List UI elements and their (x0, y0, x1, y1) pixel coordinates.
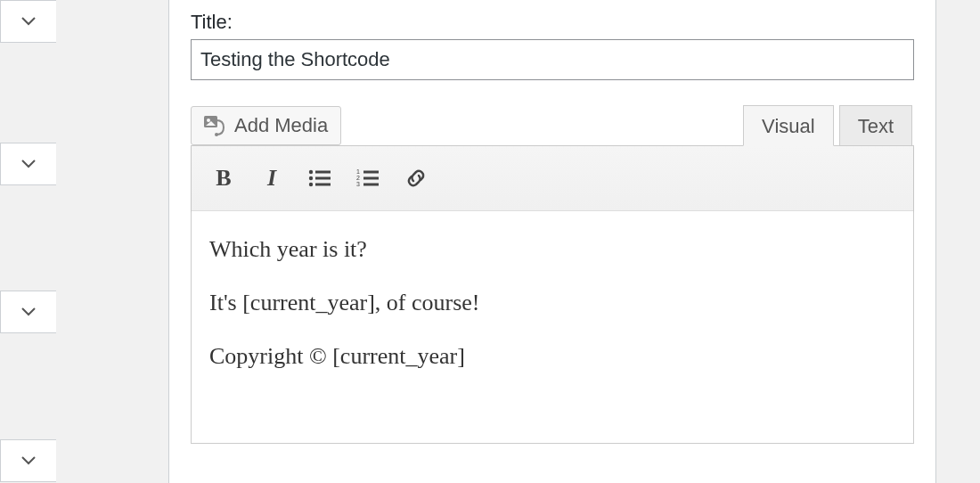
title-input[interactable] (191, 39, 914, 80)
editor-paragraph: Copyright © [current_year] (209, 343, 895, 370)
bold-button[interactable]: B (202, 159, 245, 198)
sidebar-strip (0, 0, 56, 483)
editor-paragraph: Which year is it? (209, 236, 895, 263)
svg-text:3: 3 (356, 181, 360, 187)
sidebar-toggle-4[interactable] (0, 439, 56, 482)
add-media-button[interactable]: Add Media (191, 106, 341, 145)
bullet-list-button[interactable] (298, 159, 341, 198)
numbered-list-icon: 1 2 3 (356, 168, 380, 188)
media-tabs-row: Add Media Visual Text (169, 80, 935, 145)
svg-point-5 (309, 176, 313, 180)
chevron-down-icon (21, 456, 36, 465)
svg-point-3 (309, 170, 313, 174)
svg-text:1: 1 (356, 168, 360, 175)
sidebar-toggle-3[interactable] (0, 291, 56, 333)
chevron-down-icon (21, 160, 36, 168)
bold-icon: B (216, 165, 231, 192)
svg-rect-14 (363, 184, 379, 186)
italic-button[interactable]: I (250, 159, 293, 198)
svg-rect-6 (315, 177, 331, 180)
tab-visual[interactable]: Visual (743, 105, 834, 146)
editor-toolbar: B I 1 2 3 (192, 146, 913, 211)
title-row: Title: (169, 0, 935, 80)
tab-text[interactable]: Text (839, 105, 912, 145)
add-media-label: Add Media (234, 114, 328, 137)
svg-point-7 (309, 183, 313, 186)
editor-tabs: Visual Text (743, 105, 912, 145)
title-label: Title: (191, 11, 914, 34)
editor-wrapper: B I 1 2 3 (191, 145, 914, 444)
widget-editor-panel: Title: Add Media Visual Text B I (168, 0, 936, 483)
svg-point-1 (207, 119, 210, 122)
link-icon (404, 167, 428, 190)
chevron-down-icon (21, 17, 36, 26)
svg-point-2 (215, 133, 218, 136)
italic-icon: I (267, 165, 276, 192)
right-gutter (936, 0, 980, 483)
media-icon (204, 115, 227, 136)
chevron-down-icon (21, 307, 36, 316)
svg-rect-4 (315, 171, 331, 174)
bullet-list-icon (308, 168, 331, 188)
sidebar-toggle-2[interactable] (0, 143, 56, 185)
numbered-list-button[interactable]: 1 2 3 (347, 159, 389, 198)
editor-paragraph: It's [current_year], of course! (209, 290, 895, 316)
svg-rect-10 (363, 171, 379, 174)
svg-rect-8 (315, 184, 331, 186)
svg-rect-12 (363, 177, 379, 180)
editor-content[interactable]: Which year is it? It's [current_year], o… (192, 211, 913, 443)
sidebar-toggle-1[interactable] (0, 0, 56, 43)
link-button[interactable] (395, 159, 437, 198)
svg-text:2: 2 (356, 175, 360, 181)
